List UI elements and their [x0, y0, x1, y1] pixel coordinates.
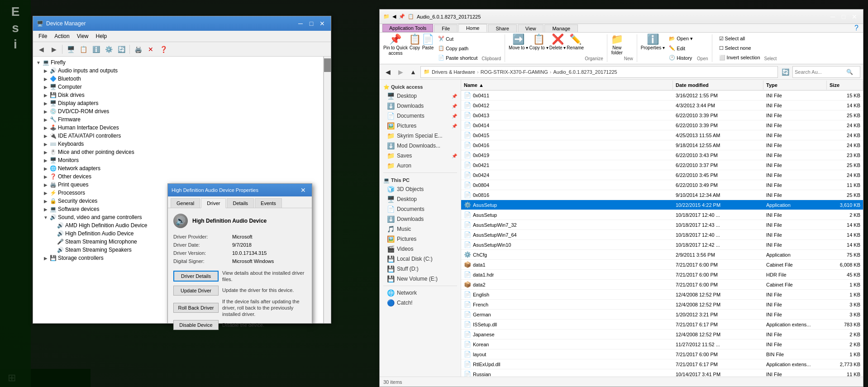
tree-item-other[interactable]: ▶ ❓ Other devices — [33, 172, 323, 181]
toolbar-btn-5[interactable]: 🔄 — [116, 44, 127, 55]
table-row[interactable]: 📄0x0804 6/22/2010 3:49 PM INI File 11 KB — [461, 180, 863, 190]
roll-back-driver-button[interactable]: Roll Back Driver — [173, 303, 219, 313]
toolbar-btn-1[interactable]: 🖥️ — [65, 44, 76, 55]
col-header-size[interactable]: Size — [827, 81, 863, 90]
table-row[interactable]: 📄0x0416 9/18/2014 12:55 AM INI File 24 K… — [461, 140, 863, 150]
fe-toolbar-btn-3[interactable]: 📋 — [408, 14, 414, 19]
tree-toggle-fw[interactable]: ▶ — [42, 116, 49, 123]
sidebar-item-documents-pc[interactable]: 📄 Documents — [380, 204, 461, 214]
sidebar-item-network[interactable]: 🌐 Network — [380, 288, 461, 298]
tree-item-firefly[interactable]: ▼ 💻 Firefly — [33, 58, 323, 67]
select-all-button[interactable]: ☑ Select all — [716, 34, 763, 43]
move-to-btn[interactable]: ➡️ Move to ▾ — [509, 34, 528, 50]
tree-toggle-mice[interactable]: ▶ — [42, 148, 49, 156]
tab-details[interactable]: Details — [227, 198, 254, 208]
table-row[interactable]: 📄0x0816 9/10/2014 12:34 AM INI File 25 K… — [461, 190, 863, 200]
table-row[interactable]: 📄0x0419 6/22/2010 3:43 PM INI File 23 KB — [461, 150, 863, 160]
table-row[interactable]: 📄French 12/4/2008 12:52 PM INI File 3 KB — [461, 300, 863, 310]
minimize-button[interactable]: ─ — [296, 19, 305, 28]
nav-back-button[interactable]: ◀ — [382, 67, 393, 77]
tree-toggle-kb[interactable]: ▶ — [42, 140, 49, 148]
toolbar-btn-4[interactable]: ⚙️ — [103, 44, 114, 55]
breadcrumb-drivers[interactable]: Drivers & Hardware — [432, 69, 475, 75]
toolbar-btn-2[interactable]: 📋 — [78, 44, 89, 55]
tab-driver[interactable]: Driver — [201, 198, 226, 208]
sidebar-item-catch[interactable]: 🔵 Catch! — [380, 298, 461, 308]
tab-view[interactable]: View — [518, 24, 544, 32]
tree-toggle-mon[interactable]: ▶ — [42, 157, 49, 164]
tree-item-network[interactable]: ▶ 🌐 Network adapters — [33, 164, 323, 172]
sidebar-item-skyrim[interactable]: 📁 Skyrim Special E... — [380, 131, 461, 141]
tree-item-keyboard[interactable]: ▶ ⌨️ Keyboards — [33, 140, 323, 148]
device-manager-scrollbar[interactable] — [324, 57, 331, 323]
tree-item-firmware[interactable]: ▶ 🔧 Firmware — [33, 115, 323, 124]
select-none-button[interactable]: ☐ Select none — [716, 44, 763, 53]
sidebar-item-new-vol-e[interactable]: 💾 New Volume (E:) — [380, 274, 461, 284]
table-row[interactable]: 📄layout 7/21/2017 6:00 PM BIN File 1 KB — [461, 349, 863, 359]
sidebar-item-downloads-pc[interactable]: ⬇️ Downloads — [380, 214, 461, 224]
table-row[interactable]: 📄0x0415 4/25/2013 11:55 AM INI File 24 K… — [461, 130, 863, 140]
table-row[interactable]: 📄0x0413 6/22/2010 3:39 PM INI File 25 KB — [461, 110, 863, 120]
fe-minimize-button[interactable]: ─ — [828, 12, 838, 21]
refresh-button[interactable]: 🔄 — [780, 67, 791, 77]
sidebar-item-3d[interactable]: 🧊 3D Objects — [380, 184, 461, 194]
tree-toggle-snd[interactable]: ▼ — [42, 214, 49, 221]
tree-toggle-comp[interactable]: ▶ — [42, 83, 49, 91]
table-row[interactable]: 📄0x0424 6/22/2010 3:45 PM INI File 24 KB — [461, 170, 863, 180]
table-row[interactable]: 📄ISSetup.dll 7/21/2017 6:17 PM Applicati… — [461, 320, 863, 330]
rename-btn[interactable]: ✏️ Rename — [567, 34, 584, 50]
table-row[interactable]: 📄German 1/20/2012 3:21 PM INI File 3 KB — [461, 310, 863, 320]
tree-toggle-sw[interactable]: ▶ — [42, 205, 49, 213]
sidebar-item-local-c[interactable]: 💾 Local Disk (C:) — [380, 254, 461, 264]
menu-action[interactable]: Action — [51, 32, 73, 41]
breadcrumb-rog[interactable]: ROG-STRIX-X370-F-GAMING — [481, 69, 548, 75]
table-row[interactable]: 📄AsusSetupWin10 10/18/2017 12:42 ... INI… — [461, 240, 863, 250]
table-row-asus-setup[interactable]: ⚙️AsusSetup 10/22/2015 4:22 PM Applicati… — [461, 200, 863, 210]
tree-toggle-proc[interactable]: ▶ — [42, 189, 49, 196]
tree-toggle[interactable]: ▼ — [35, 59, 42, 66]
tree-item-computer[interactable]: ▶ 🖥️ Computer — [33, 83, 323, 91]
tree-toggle-dvd[interactable]: ▶ — [42, 108, 49, 115]
fe-close-button[interactable]: ✕ — [849, 12, 859, 21]
forward-button[interactable]: ▶ — [48, 44, 59, 55]
toolbar-btn-print[interactable]: 🖨️ — [133, 44, 143, 55]
maximize-button[interactable]: □ — [306, 19, 316, 28]
driver-details-button[interactable]: Driver Details — [173, 271, 219, 282]
help-icon[interactable]: ? — [854, 24, 858, 32]
table-row[interactable]: 📄Russian 10/14/2017 3:41 PM INI File 11 … — [461, 369, 863, 377]
col-header-name[interactable]: Name ▲ — [461, 81, 673, 90]
open-button[interactable]: 📂 Open ▾ — [666, 34, 696, 43]
invert-selection-button[interactable]: ⬜ Invert selection — [716, 53, 763, 62]
sidebar-item-pictures-pc[interactable]: 🖼️ Pictures — [380, 234, 461, 244]
tree-item-monitors[interactable]: ▶ 🖥️ Monitors — [33, 156, 323, 164]
properties-btn[interactable]: ℹ️ Properties ▾ — [641, 34, 665, 50]
nav-up-button[interactable]: ▲ — [408, 67, 419, 77]
new-folder-btn[interactable]: 📁 Newfolder — [611, 34, 623, 55]
toolbar-btn-help[interactable]: ❓ — [158, 44, 169, 55]
table-row[interactable]: 📄Japanese 12/4/2008 12:52 PM INI File 2 … — [461, 330, 863, 339]
tree-toggle-sec[interactable]: ▶ — [42, 197, 49, 205]
tree-toggle-prt[interactable]: ▶ — [42, 181, 49, 188]
tree-toggle-oth[interactable]: ▶ — [42, 173, 49, 180]
table-row[interactable]: 📄AsusSetup 10/18/2017 12:40 ... INI File… — [461, 210, 863, 220]
back-button[interactable]: ◀ — [36, 44, 47, 55]
address-input[interactable]: 📁 Drivers & Hardware › ROG-STRIX-X370-F-… — [420, 66, 778, 78]
search-input[interactable] — [795, 69, 844, 75]
tab-application-tools[interactable]: Application Tools — [382, 24, 433, 32]
tree-item-hid[interactable]: ▶ 🕹️ Human Interface Devices — [33, 124, 323, 132]
fe-maximize-button[interactable]: □ — [839, 12, 849, 21]
toolbar-btn-red[interactable]: ✕ — [145, 44, 156, 55]
copy-to-btn[interactable]: 📋 Copy to ▾ — [529, 34, 548, 50]
table-row[interactable]: 📦data2 7/21/2017 6:00 PM Cabinet File 1 … — [461, 280, 863, 290]
tab-home[interactable]: Home — [458, 24, 487, 32]
nav-forward-button[interactable]: ▶ — [395, 67, 406, 77]
disable-device-button[interactable]: Disable Device — [173, 320, 219, 330]
table-row[interactable]: 📄data1.hdr 7/21/2017 6:00 PM HDR File 45… — [461, 270, 863, 280]
breadcrumb-audio[interactable]: Audio_6.0.1.8273_20171225 — [553, 69, 617, 75]
sidebar-item-desktop[interactable]: 🖥️ Desktop 📌 — [380, 91, 461, 101]
col-header-type[interactable]: Type — [763, 81, 827, 90]
tree-toggle-disp[interactable]: ▶ — [42, 100, 49, 107]
tree-toggle-ide[interactable]: ▶ — [42, 132, 49, 139]
tree-toggle-disk[interactable]: ▶ — [42, 91, 49, 99]
sidebar-item-stuff-d[interactable]: 💾 Stuff (D:) — [380, 264, 461, 274]
